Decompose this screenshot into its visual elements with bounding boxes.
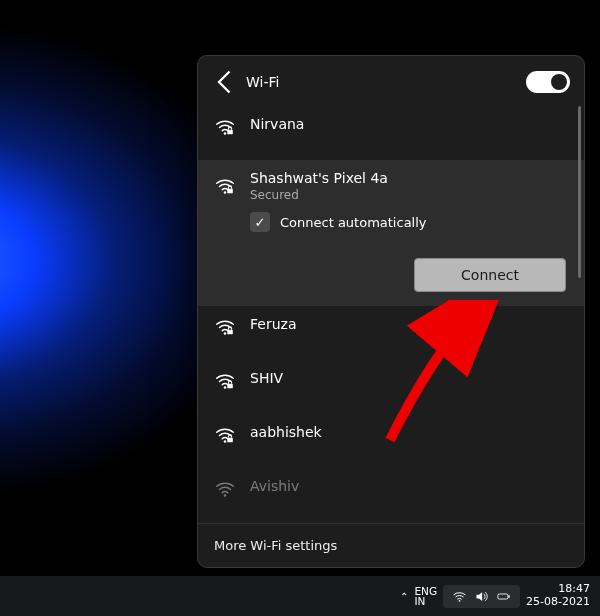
checkbox-checked[interactable]: ✓ bbox=[250, 212, 270, 232]
svg-point-6 bbox=[224, 386, 227, 389]
svg-rect-7 bbox=[227, 384, 233, 389]
network-name: Feruza bbox=[250, 316, 568, 332]
auto-connect-label: Connect automatically bbox=[280, 215, 427, 230]
network-status: Secured bbox=[250, 188, 568, 202]
network-item[interactable]: aabhishek bbox=[198, 414, 584, 468]
network-name: aabhishek bbox=[250, 424, 568, 440]
arrow-left-icon bbox=[212, 68, 240, 96]
clock-date: 25-08-2021 bbox=[526, 596, 590, 609]
wifi-toggle[interactable] bbox=[526, 71, 570, 93]
svg-point-10 bbox=[224, 494, 227, 497]
network-name: Shashwat's Pixel 4a bbox=[250, 170, 568, 186]
connect-row: Connect bbox=[214, 258, 568, 292]
svg-rect-1 bbox=[227, 130, 233, 135]
wifi-secured-icon bbox=[214, 424, 236, 446]
wifi-secured-icon bbox=[214, 316, 236, 338]
network-item-selected[interactable]: Shashwat's Pixel 4a Secured ✓ Connect au… bbox=[198, 160, 584, 306]
network-item[interactable]: Avishiv bbox=[198, 468, 584, 522]
panel-header: Wi-Fi bbox=[198, 56, 584, 106]
wifi-flyout-panel: Wi-Fi Nirvana Shashwat's Pixel 4a Secure… bbox=[197, 55, 585, 568]
connect-button[interactable]: Connect bbox=[414, 258, 566, 292]
network-item[interactable]: Feruza bbox=[198, 306, 584, 360]
more-wifi-settings-link[interactable]: More Wi-Fi settings bbox=[198, 523, 584, 567]
network-list: Nirvana Shashwat's Pixel 4a Secured ✓ Co… bbox=[198, 106, 584, 523]
quick-settings-button[interactable] bbox=[443, 585, 520, 608]
svg-point-2 bbox=[224, 191, 227, 194]
tray-overflow-icon[interactable]: ⌃ bbox=[400, 591, 408, 602]
svg-rect-12 bbox=[498, 594, 508, 599]
taskbar: ⌃ ENG IN 18:47 25-08-2021 bbox=[0, 576, 600, 616]
clock[interactable]: 18:47 25-08-2021 bbox=[526, 583, 590, 608]
svg-rect-3 bbox=[227, 189, 233, 194]
toggle-knob bbox=[551, 74, 567, 90]
svg-rect-13 bbox=[509, 595, 510, 598]
wifi-secured-icon bbox=[214, 370, 236, 392]
scrollbar-thumb[interactable] bbox=[578, 106, 581, 278]
panel-title: Wi-Fi bbox=[246, 74, 526, 90]
svg-rect-5 bbox=[227, 330, 233, 335]
network-name: Avishiv bbox=[250, 478, 568, 494]
network-name: SHIV bbox=[250, 370, 568, 386]
svg-point-11 bbox=[459, 600, 461, 602]
wifi-secured-icon bbox=[214, 478, 236, 500]
wifi-secured-icon bbox=[214, 116, 236, 138]
svg-point-8 bbox=[224, 440, 227, 443]
network-name: Nirvana bbox=[250, 116, 568, 132]
network-item-header: Shashwat's Pixel 4a Secured bbox=[214, 170, 568, 202]
language-indicator[interactable]: ENG IN bbox=[414, 586, 437, 607]
battery-icon bbox=[496, 589, 511, 604]
system-tray: ⌃ ENG IN 18:47 25-08-2021 bbox=[400, 583, 590, 608]
network-item[interactable]: SHIV bbox=[198, 360, 584, 414]
auto-connect-row[interactable]: ✓ Connect automatically bbox=[214, 212, 427, 232]
svg-point-4 bbox=[224, 332, 227, 335]
back-button[interactable] bbox=[212, 68, 240, 96]
wifi-secured-icon bbox=[214, 175, 236, 197]
wifi-icon bbox=[452, 589, 467, 604]
svg-point-0 bbox=[224, 132, 227, 135]
lang-secondary: IN bbox=[414, 596, 437, 607]
volume-icon bbox=[474, 589, 489, 604]
svg-rect-9 bbox=[227, 438, 233, 443]
network-item[interactable]: Nirvana bbox=[198, 106, 584, 160]
